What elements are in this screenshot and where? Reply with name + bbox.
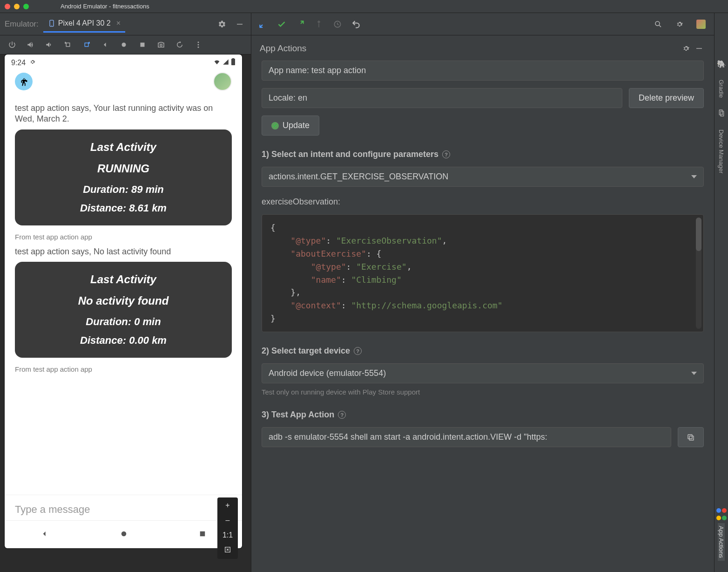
help-icon[interactable]: ? [354,347,362,355]
svg-rect-10 [232,58,234,59]
adb-command-field[interactable]: adb -s emulator-5554 shell am start -a a… [262,427,671,447]
maximize-window-button[interactable] [23,4,29,9]
app-name-field[interactable]: App name: test app action [262,61,704,81]
screenshot-icon[interactable] [155,39,167,50]
stop-icon[interactable] [137,39,148,50]
copy-button[interactable] [678,427,704,447]
zoom-panel: + – 1:1 [217,497,238,559]
volume-up-icon[interactable] [25,39,36,50]
minimize-window-button[interactable] [14,4,20,9]
svg-point-11 [121,531,127,536]
close-window-button[interactable] [5,4,10,9]
json-editor[interactable]: { "@type": "ExerciseObservation", "about… [262,214,704,332]
svg-rect-9 [231,59,235,65]
intent-value: actions.intent.GET_EXERCISE_OBSERVATION [269,172,448,182]
battery-icon [231,58,236,68]
undo-icon[interactable] [351,19,361,29]
scrollbar[interactable] [696,218,701,329]
user-avatar[interactable] [213,72,232,91]
svg-point-16 [655,21,660,26]
step-into-icon[interactable] [258,19,268,29]
param-label: exerciseObservation: [262,197,704,207]
volume-down-icon[interactable] [44,39,55,50]
zoom-out-button[interactable]: – [226,516,230,524]
overflow-icon[interactable] [193,39,204,50]
app-actions-header: App Actions [251,35,714,61]
panel-title: App Actions [260,43,306,54]
snapshot-icon[interactable] [174,39,185,50]
history-icon[interactable] [332,19,343,29]
overview-button[interactable] [198,530,207,540]
panel-settings-icon[interactable] [680,42,693,55]
chevron-down-icon [691,175,697,178]
assistant-logo-icon [716,508,727,513]
emulator-tab[interactable]: Pixel 4 API 30 2 × [43,15,125,33]
close-tab-icon[interactable]: × [116,19,121,27]
assistant-feed[interactable]: test app action says, Your last running … [5,93,242,495]
zoom-in-button[interactable]: + [225,501,229,510]
record-icon[interactable] [118,39,129,50]
svg-rect-14 [318,23,319,27]
android-nav-bar [5,520,242,548]
device-select[interactable]: Android device (emulator-5554) [262,363,704,383]
back-button[interactable] [40,529,49,540]
zoom-fit-icon[interactable] [224,546,231,555]
svg-point-1 [51,25,52,26]
window-title: Android Emulator - fitnessactions [61,3,149,10]
compose-input[interactable]: Type a message [5,495,242,520]
step2-label: 2) Select target device ? [262,346,704,356]
home-button[interactable] [120,530,128,540]
help-icon[interactable]: ? [442,150,450,158]
apply-changes-icon[interactable] [276,19,287,29]
device-screen[interactable]: 9:24 [5,54,242,548]
emulator-label: Emulator: [5,20,39,29]
activity-card[interactable]: Last Activity No activity found Duration… [15,262,232,358]
update-button[interactable]: ✓ Update [262,116,319,136]
step3-label: 3) Test App Action ? [262,410,704,420]
svg-point-8 [198,47,199,48]
activity-card[interactable]: Last Activity RUNNING Duration: 89 min D… [15,129,232,225]
card-distance: Distance: 0.00 km [24,334,222,347]
right-tool-strip: 🐘 Gradle Device Manager App Actions [714,13,728,572]
feed-caption: From test app action app [15,365,232,373]
compose-placeholder: Type a message [15,504,90,515]
device-icon [48,20,55,27]
svg-rect-4 [141,43,145,47]
window-titlebar: Android Emulator - fitnessactions [0,0,728,13]
intent-select[interactable]: actions.intent.GET_EXERCISE_OBSERVATION [262,167,704,187]
profile-avatar-icon[interactable] [694,18,708,31]
card-duration: Duration: 0 min [24,316,222,328]
svg-rect-2 [237,24,243,25]
emulator-panel: Emulator: Pixel 4 API 30 2 × [0,13,251,572]
gradle-elephant-icon[interactable]: 🐘 [717,60,726,68]
pin-icon[interactable] [314,19,324,29]
minimize-panel-icon[interactable] [233,18,246,31]
emulator-settings-icon[interactable] [216,18,229,31]
wifi-icon [213,58,221,68]
zoom-reset-button[interactable]: 1:1 [222,531,233,539]
check-icon: ✓ [271,122,279,129]
power-icon[interactable] [7,39,18,50]
locale-field[interactable]: Locale: en [262,88,622,108]
delete-preview-button[interactable]: Delete preview [629,88,704,108]
rotate-right-icon[interactable] [81,39,92,50]
settings-status-icon [29,59,36,67]
back-nav-icon[interactable] [100,39,111,50]
help-icon[interactable]: ? [338,411,346,419]
svg-rect-12 [200,531,205,536]
gradle-tab[interactable]: Gradle [718,77,725,101]
app-actions-tab[interactable]: App Actions [718,523,725,561]
devices-icon[interactable] [718,109,725,118]
svg-rect-20 [719,110,722,115]
rotate-left-icon[interactable] [62,39,74,50]
card-distance: Distance: 8.61 km [24,202,222,214]
emulator-toolbar [0,35,251,54]
panel-minimize-icon[interactable] [693,42,706,55]
ide-settings-icon[interactable] [673,18,686,31]
assistant-message: test app action says, No last activity f… [15,246,232,257]
device-manager-tab[interactable]: Device Manager [718,127,725,177]
step-out-icon[interactable] [295,19,305,29]
search-icon[interactable] [652,18,665,31]
app-avatar-icon[interactable] [15,73,33,90]
assistant-logo-icon [716,516,727,520]
